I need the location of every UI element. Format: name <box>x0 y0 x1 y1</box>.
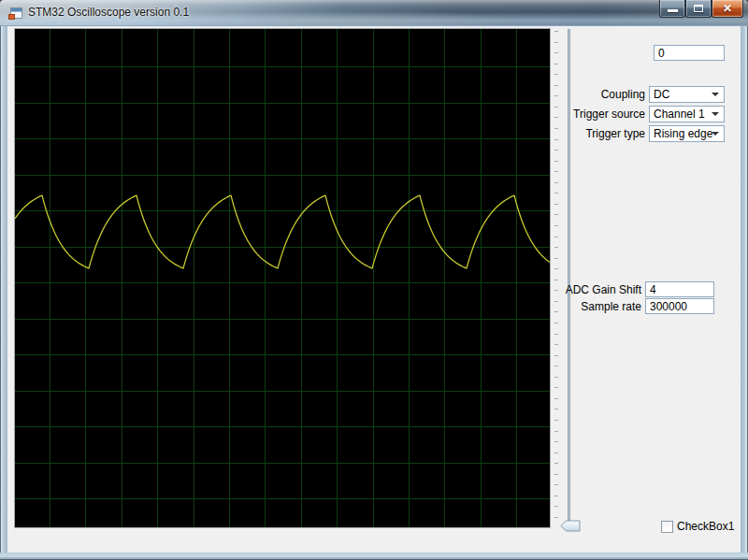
trackbar-tick <box>554 431 558 432</box>
title-bar: STM32 Oscilloscope version 0.1 ✕ <box>0 0 748 26</box>
trackbar-tick <box>554 517 558 518</box>
trackbar-tick <box>554 74 558 75</box>
trackbar-tick <box>554 64 558 65</box>
window-title: STM32 Oscilloscope version 0.1 <box>28 6 189 19</box>
trackbar-tick <box>554 268 558 269</box>
app-window: STM32 Oscilloscope version 0.1 ✕ Couplin… <box>0 0 748 560</box>
trackbar-tick <box>554 193 558 194</box>
trigger-source-label: Trigger source <box>573 108 645 121</box>
trigger-type-select[interactable]: Rising edge <box>649 125 725 142</box>
trackbar-tick <box>554 474 558 475</box>
window-border-right <box>741 26 748 553</box>
window-border-left <box>0 26 7 553</box>
adc-gain-shift-input[interactable] <box>645 281 714 297</box>
chevron-down-icon <box>712 112 719 116</box>
trackbar-tick <box>554 117 558 118</box>
trackbar-tick <box>554 463 558 464</box>
coupling-label: Coupling <box>601 88 645 101</box>
trackbar-tick <box>554 323 558 323</box>
sample-rate-label: Sample rate <box>581 300 641 313</box>
trigger-level-trackbar[interactable] <box>552 27 585 538</box>
trackbar-thumb[interactable] <box>560 520 581 532</box>
trackbar-tick <box>554 204 558 205</box>
close-button[interactable]: ✕ <box>712 0 743 18</box>
oscilloscope-display <box>15 29 550 527</box>
coupling-select[interactable]: DC <box>649 86 725 103</box>
trigger-type-value: Rising edge <box>654 127 712 140</box>
trackbar-tick <box>554 366 558 366</box>
maximize-icon <box>694 5 703 12</box>
trackbar-tick <box>554 52 558 53</box>
trackbar-tick <box>554 182 558 183</box>
trackbar-tick <box>554 452 558 453</box>
trackbar-tick <box>554 85 558 86</box>
window-border-bottom <box>0 553 748 560</box>
trackbar-tick <box>554 31 558 32</box>
app-icon <box>8 6 23 21</box>
trackbar-tick <box>554 344 558 345</box>
trackbar-tick <box>554 484 558 485</box>
trackbar-tick <box>554 225 558 226</box>
trackbar-tick <box>554 495 558 496</box>
trackbar-tick <box>554 107 558 108</box>
trackbar-tick <box>554 42 558 43</box>
checkbox1[interactable] <box>661 521 673 533</box>
checkbox1-label[interactable]: CheckBox1 <box>677 520 734 533</box>
trigger-source-value: Channel 1 <box>654 108 705 121</box>
trackbar-tick <box>554 139 558 140</box>
trackbar-tick <box>554 161 558 162</box>
trackbar-tick <box>554 441 558 442</box>
trackbar-tick <box>554 334 558 335</box>
maximize-button[interactable] <box>685 0 712 18</box>
minimize-button[interactable] <box>659 0 685 18</box>
trackbar-tick <box>554 214 558 215</box>
chevron-down-icon <box>712 132 719 136</box>
trackbar-tick <box>554 247 558 248</box>
trackbar-tick <box>554 95 558 96</box>
trackbar-tick <box>554 150 558 151</box>
trackbar-track[interactable] <box>568 29 570 521</box>
trackbar-tick <box>554 506 558 507</box>
trigger-type-label: Trigger type <box>585 127 645 140</box>
trackbar-tick <box>554 377 558 378</box>
trackbar-tick <box>554 409 558 409</box>
trackbar-tick <box>554 258 558 259</box>
trackbar-tick <box>554 387 558 388</box>
trackbar-tick <box>554 171 558 172</box>
oscilloscope-panel <box>14 28 551 528</box>
coupling-value: DC <box>654 88 669 101</box>
minimize-icon <box>668 9 678 12</box>
trackbar-tick <box>554 128 558 129</box>
close-icon: ✕ <box>712 2 742 15</box>
trackbar-tick <box>554 420 558 421</box>
trigger-source-select[interactable]: Channel 1 <box>649 106 725 122</box>
trackbar-tick <box>554 290 558 291</box>
trackbar-tick <box>554 355 558 356</box>
chevron-down-icon <box>712 93 719 96</box>
trackbar-tick <box>554 237 558 237</box>
adc-gain-shift-label: ADC Gain Shift <box>566 283 641 296</box>
trigger-level-input[interactable] <box>654 45 725 61</box>
trackbar-tick <box>554 398 558 399</box>
trackbar-tick <box>554 280 558 280</box>
trackbar-tick <box>554 311 558 312</box>
sample-rate-input[interactable] <box>645 298 714 314</box>
trackbar-tick <box>554 301 558 302</box>
